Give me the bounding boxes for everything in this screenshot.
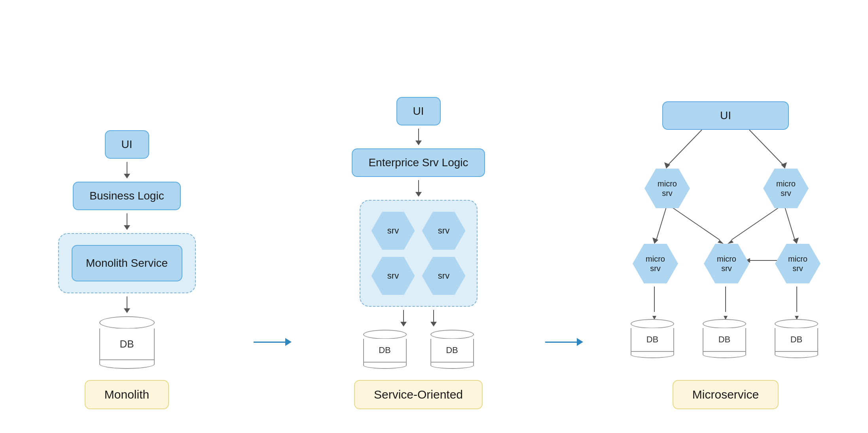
- db-bottom: [363, 362, 407, 369]
- monolith-column: UI Business Logic Monolith Service DB Mo…: [24, 130, 230, 409]
- microservice-label: Microservice: [673, 380, 779, 409]
- monolith-db: DB: [99, 316, 155, 369]
- db-bottom: [99, 359, 155, 369]
- db-body: DB: [363, 339, 407, 363]
- arrow-soa-to-micro: [545, 338, 583, 409]
- arrow-soa-logic-to-services: [415, 180, 422, 197]
- arrow-ui-to-logic: [124, 162, 130, 179]
- arrow-logic-to-service: [124, 213, 130, 230]
- db-body: DB: [430, 339, 474, 363]
- micro-top-right: microsrv: [763, 169, 809, 208]
- micro-overlay: microsrv microsrv microsrv microsrv micr…: [607, 130, 844, 383]
- micro-top-left: microsrv: [644, 169, 690, 208]
- db-body: DB: [99, 329, 155, 360]
- micro-db-right: DB: [775, 319, 818, 358]
- arrow-soa-to-db2: [430, 310, 437, 327]
- micro-db-center: DB: [703, 319, 746, 358]
- monolith-dashed-container: Monolith Service: [58, 233, 196, 293]
- db-bottom: [430, 362, 474, 369]
- soa-dashed-container: srv srv srv srv: [360, 200, 478, 307]
- soa-column: UI Enterprice Srv Logic srv srv srv srv: [315, 97, 521, 409]
- soa-db-1: DB: [363, 330, 407, 369]
- soa-db-2: DB: [430, 330, 474, 369]
- soa-srv-4: srv: [422, 257, 466, 295]
- db-top: [99, 316, 155, 329]
- soa-ui-box: UI: [396, 97, 441, 125]
- soa-srv-1: srv: [371, 212, 415, 250]
- soa-dbs: DB DB: [363, 330, 474, 369]
- micro-ui-box: UI: [662, 101, 789, 130]
- micro-db-left: DB: [631, 319, 674, 358]
- monolith-logic-box: Business Logic: [73, 182, 180, 210]
- soa-logic-box: Enterprice Srv Logic: [352, 148, 485, 177]
- microservice-column: UI: [607, 101, 844, 409]
- diagram-container: UI Business Logic Monolith Service DB Mo…: [0, 0, 868, 433]
- db-top: [363, 330, 407, 339]
- soa-db-arrows: [400, 307, 437, 330]
- monolith-ui-box: UI: [105, 130, 149, 159]
- micro-mid-center: microsrv: [704, 244, 749, 283]
- monolith-label: Monolith: [85, 380, 169, 409]
- arrow-service-to-db: [124, 296, 130, 313]
- arrow-soa-ui-to-logic: [415, 129, 422, 145]
- micro-mid-right: microsrv: [775, 244, 821, 283]
- db-top: [430, 330, 474, 339]
- soa-service-grid: srv srv srv srv: [371, 212, 466, 295]
- soa-srv-3: srv: [371, 257, 415, 295]
- soa-srv-2: srv: [422, 212, 466, 250]
- micro-mid-left: microsrv: [633, 244, 678, 283]
- arrow-monolith-to-soa: [254, 338, 292, 409]
- arrow-soa-to-db1: [400, 310, 407, 327]
- monolith-service-box: Monolith Service: [72, 245, 182, 281]
- soa-label: Service-Oriented: [354, 380, 483, 409]
